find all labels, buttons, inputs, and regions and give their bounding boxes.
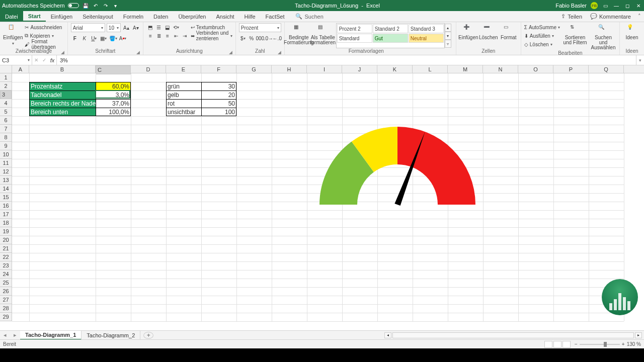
user-name[interactable]: Fabio Basler xyxy=(555,3,587,9)
col-header-M[interactable]: M xyxy=(448,65,483,73)
row-header-20[interactable]: 20 xyxy=(0,236,12,244)
close-icon[interactable]: ✕ xyxy=(635,2,642,9)
sheet-tab-2[interactable]: Tacho-Diagramm_2 xyxy=(82,331,140,340)
gallery-down-icon[interactable]: ▾ xyxy=(445,32,451,40)
font-size-select[interactable]: 10▾ xyxy=(107,23,121,32)
style-neutral[interactable]: Neutral xyxy=(409,34,444,43)
row-header-11[interactable]: 11 xyxy=(0,159,12,167)
row-header-25[interactable]: 25 xyxy=(0,279,12,287)
cell-styles-gallery[interactable]: Prozent 2 Standard 2 Standard 3 Standard… xyxy=(336,23,445,48)
col-header-K[interactable]: K xyxy=(377,65,413,73)
row-header-1[interactable]: 1 xyxy=(0,73,12,82)
row-header-8[interactable]: 8 xyxy=(0,133,12,142)
row-header-14[interactable]: 14 xyxy=(0,185,12,193)
name-box[interactable]: C3▾ xyxy=(0,55,32,65)
orientation-button[interactable]: ⟲▾ xyxy=(172,23,180,31)
grow-font-button[interactable]: A▴ xyxy=(122,24,130,32)
tab-data[interactable]: Daten xyxy=(148,11,173,22)
tab-factset[interactable]: FactSet xyxy=(261,11,290,22)
row-header-10[interactable]: 10 xyxy=(0,150,12,159)
cancel-formula-icon[interactable]: ✕ xyxy=(32,56,40,64)
row-header-12[interactable]: 12 xyxy=(0,167,12,176)
row-header-9[interactable]: 9 xyxy=(0,142,12,150)
style-prozent2[interactable]: Prozent 2 xyxy=(337,24,372,33)
view-page-layout-icon[interactable] xyxy=(553,341,561,348)
align-bottom-button[interactable]: ⬓ xyxy=(164,23,172,31)
row-header-18[interactable]: 18 xyxy=(0,219,12,227)
cell[interactable]: 100,0% xyxy=(96,108,131,116)
tab-file[interactable]: Datei xyxy=(0,11,23,22)
cell[interactable]: grün xyxy=(166,82,201,90)
cells-area[interactable]: Prozentsatz60,0%Tachonadel3,0%Bereich re… xyxy=(12,73,644,330)
dec-decimal-button[interactable]: ←.0 xyxy=(273,34,281,42)
row-header-23[interactable]: 23 xyxy=(0,261,12,270)
cell[interactable]: Tachonadel xyxy=(29,90,96,99)
cell[interactable]: rot xyxy=(166,99,201,108)
row-header-15[interactable]: 15 xyxy=(0,193,12,202)
cell[interactable]: 60,0% xyxy=(96,82,131,90)
format-painter-button[interactable]: 🖌Format übertragen xyxy=(25,40,64,48)
cell[interactable]: Prozentsatz xyxy=(29,82,96,90)
row-header-6[interactable]: 6 xyxy=(0,116,12,125)
autosave-toggle[interactable] xyxy=(68,3,79,8)
bold-button[interactable]: F xyxy=(71,34,79,42)
maximize-icon[interactable]: ◻ xyxy=(624,2,631,9)
view-normal-icon[interactable] xyxy=(544,341,552,348)
view-page-break-icon[interactable] xyxy=(562,341,571,348)
cell[interactable]: 20 xyxy=(201,90,236,99)
delete-cells-button[interactable]: ➖Löschen xyxy=(479,23,498,48)
fill-color-button[interactable]: 🪣▾ xyxy=(109,34,117,42)
comments-button[interactable]: 💬 Kommentare xyxy=(586,11,635,22)
user-avatar[interactable]: FB xyxy=(591,2,598,9)
cell[interactable]: gelb xyxy=(166,90,201,99)
col-header-O[interactable]: O xyxy=(518,65,553,73)
horizontal-scrollbar[interactable]: ◂ ▸ xyxy=(153,332,644,338)
align-middle-button[interactable]: ☰ xyxy=(155,23,163,31)
save-icon[interactable]: 💾 xyxy=(82,2,89,9)
row-headers[interactable]: 1234567891011121314151617181920212223242… xyxy=(0,73,12,321)
row-header-3[interactable]: 3 xyxy=(0,90,12,99)
add-sheet-button[interactable]: + xyxy=(143,332,153,339)
tab-insert[interactable]: Einfügen xyxy=(46,11,77,22)
cell[interactable]: 50 xyxy=(201,99,236,108)
align-right-button[interactable]: ≡ xyxy=(164,32,172,40)
zoom-out-icon[interactable]: − xyxy=(575,341,578,347)
column-headers[interactable]: ABCDEFGHIJKLMNOPQ xyxy=(12,65,644,73)
conditional-formatting-button[interactable]: ▦Bedingte Formatierung xyxy=(288,23,310,48)
cell[interactable]: Bereich rechts der Nadel xyxy=(29,99,96,108)
view-buttons[interactable] xyxy=(544,341,571,348)
collapse-ribbon-icon[interactable]: ˄ xyxy=(635,11,644,22)
thousands-button[interactable]: 000 xyxy=(256,34,264,42)
number-format-select[interactable]: Prozent▾ xyxy=(239,23,281,32)
autosum-button[interactable]: ΣAutoSumme▾ xyxy=(524,23,560,31)
underline-button[interactable]: U▾ xyxy=(90,34,98,42)
tab-review[interactable]: Überprüfen xyxy=(173,11,211,22)
tab-formulas[interactable]: Formeln xyxy=(118,11,148,22)
font-color-button[interactable]: A▾ xyxy=(119,34,127,42)
row-header-27[interactable]: 27 xyxy=(0,296,12,304)
col-header-F[interactable]: F xyxy=(201,65,236,73)
indent-dec-button[interactable]: ⇤ xyxy=(172,32,180,40)
minimize-icon[interactable]: — xyxy=(613,2,620,9)
spreadsheet-grid[interactable]: ABCDEFGHIJKLMNOPQ 1234567891011121314151… xyxy=(0,65,644,330)
currency-button[interactable]: $▾ xyxy=(239,34,247,42)
find-select-button[interactable]: 🔍Suchen und Auswählen xyxy=(590,23,616,50)
align-top-button[interactable]: ⬒ xyxy=(146,23,154,31)
cell[interactable]: 3,0% xyxy=(96,90,131,99)
hscroll-left-icon[interactable]: ◂ xyxy=(384,332,391,338)
clear-button[interactable]: ◇Löschen▾ xyxy=(524,40,560,48)
zoom-control[interactable]: − + 130 % xyxy=(575,341,641,347)
cell[interactable]: 30 xyxy=(201,82,236,90)
tab-help[interactable]: Hilfe xyxy=(239,11,261,22)
row-header-17[interactable]: 17 xyxy=(0,210,12,219)
col-header-J[interactable]: J xyxy=(342,65,377,73)
cell[interactable]: 100 xyxy=(201,108,236,116)
merge-center-button[interactable]: ⬌Verbinden und zentrieren▾ xyxy=(191,32,232,40)
row-header-7[interactable]: 7 xyxy=(0,125,12,133)
col-header-N[interactable]: N xyxy=(483,65,518,73)
col-header-E[interactable]: E xyxy=(166,65,201,73)
redo-icon[interactable]: ↷ xyxy=(102,2,109,9)
row-header-4[interactable]: 4 xyxy=(0,99,12,108)
align-center-button[interactable]: ≣ xyxy=(155,32,163,40)
zoom-in-icon[interactable]: + xyxy=(622,341,625,347)
